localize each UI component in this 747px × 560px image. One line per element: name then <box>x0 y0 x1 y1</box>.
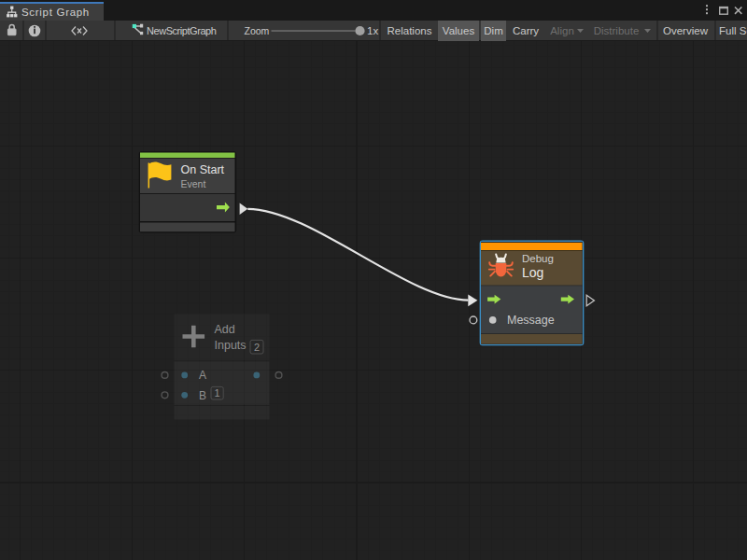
svg-text:On Start: On Start <box>181 163 225 176</box>
svg-text:B: B <box>199 389 206 402</box>
svg-text:Inputs: Inputs <box>215 339 247 352</box>
svg-text:Message: Message <box>507 314 555 327</box>
svg-text:Add: Add <box>215 323 235 336</box>
svg-text:1: 1 <box>215 387 220 399</box>
svg-text:Debug: Debug <box>522 253 554 264</box>
svg-text:Event: Event <box>181 178 206 189</box>
svg-text:Log: Log <box>522 265 543 280</box>
svg-text:A: A <box>199 369 206 382</box>
svg-text:2: 2 <box>254 342 260 353</box>
